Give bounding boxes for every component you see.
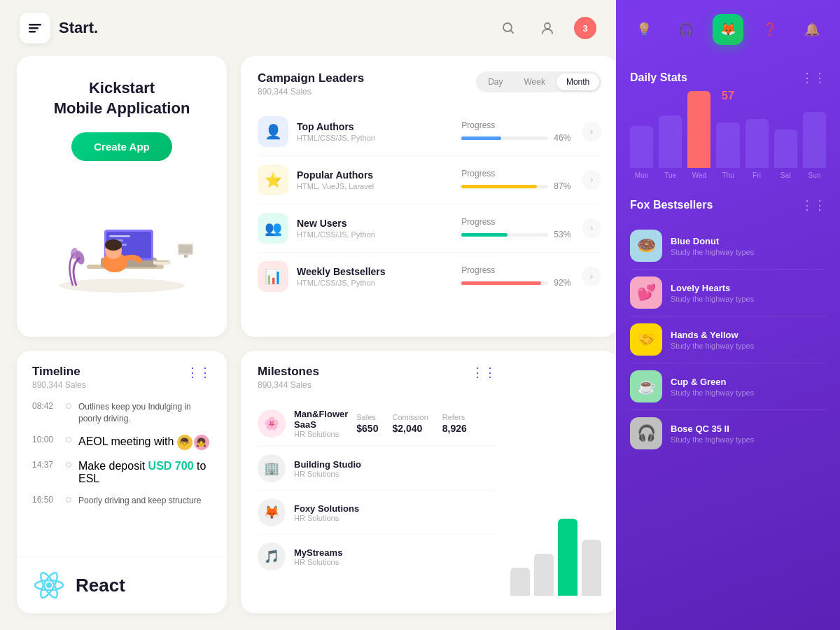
daily-stats-section: Daily Stats ⋮⋮ 57 Mon Tue Wed Thu Fri Sa… <box>616 59 840 190</box>
fox-bestsellers-header: Fox Bestsellers ⋮⋮ <box>630 197 826 213</box>
react-banner: React <box>17 556 227 613</box>
stats-bar-label: Fri <box>752 172 761 179</box>
bestseller-item[interactable]: ☕ Cup & Green Study the highway types <box>630 363 826 410</box>
ms-icon: 🦊 <box>258 498 286 526</box>
svg-rect-19 <box>179 245 192 253</box>
progress-bar-wrap: 92% <box>461 278 573 288</box>
stats-bar-label: Sun <box>808 172 821 179</box>
row-name: New Users <box>297 218 453 229</box>
bestseller-item[interactable]: 🎧 Bose QC 35 II Study the highway types <box>630 410 826 456</box>
row-icon: 📊 <box>258 261 288 292</box>
panel-nav-icon-2[interactable]: 🦊 <box>713 14 743 45</box>
ms-stat-sales-label: Sales <box>356 413 378 421</box>
chart-bar <box>558 519 578 596</box>
row-tech: HTML/CSS/JS, Python <box>297 230 453 239</box>
bs-info: Lovely Hearts Study the highway types <box>671 283 826 303</box>
create-app-button[interactable]: Create App <box>71 132 172 161</box>
row-info: Top Authors HTML/CSS/JS, Python <box>297 121 453 142</box>
kickstart-card: Kickstart Mobile Application Create App <box>17 56 227 337</box>
campaign-row: ⭐ Popular Authors HTML, VueJS, Laravel P… <box>258 156 601 204</box>
panel-nav-icon-4[interactable]: 🔔 <box>797 14 827 45</box>
svg-rect-20 <box>184 255 188 258</box>
milestones-dots[interactable]: ⋮⋮ <box>471 365 496 380</box>
milestones-header: Milestones 890,344 Sales ⋮⋮ <box>258 365 496 390</box>
logo-icon <box>20 13 50 43</box>
user-icon[interactable] <box>535 15 560 41</box>
row-info: New Users HTML/CSS/JS, Python <box>297 218 453 239</box>
row-info: Weekly Bestsellers HTML/CSS/JS, Python <box>297 266 453 287</box>
progress-section: Progress 53% <box>461 217 573 239</box>
campaign-title: Campaign Leaders <box>258 71 364 85</box>
svg-rect-22 <box>155 260 169 262</box>
bestseller-list: 🍩 Blue Donut Study the highway types 💕 L… <box>630 223 826 456</box>
tab-month[interactable]: Month <box>556 74 599 90</box>
tab-week[interactable]: Week <box>514 74 554 90</box>
daily-stats-dots[interactable]: ⋮⋮ <box>801 70 826 85</box>
ms-icon: 🌸 <box>258 410 286 438</box>
row-name: Weekly Bestsellers <box>297 266 453 277</box>
row-arrow[interactable]: › <box>582 267 601 286</box>
ms-name: Man&Flower SaaS <box>294 409 348 430</box>
bs-info: Hands & Yellow Study the highway types <box>671 330 826 350</box>
right-panel: 💡🎧🦊❓🔔 Daily Stats ⋮⋮ 57 Mon Tue Wed Thu … <box>616 0 840 630</box>
svg-rect-10 <box>109 235 130 237</box>
ms-stat-sales: Sales $650 <box>356 413 378 434</box>
timeline-text: Poorly driving and keep structure <box>78 495 201 507</box>
milestones-title: Milestones <box>258 365 319 379</box>
ms-sub: HR Solutions <box>294 470 496 478</box>
timeline-header: Timeline 890,344 Sales ⋮⋮ <box>32 365 211 390</box>
row-arrow[interactable]: › <box>582 218 601 238</box>
chart-bar <box>582 540 601 596</box>
progress-pct: 87% <box>554 181 573 191</box>
ms-name: Building Studio <box>294 459 496 470</box>
progress-pct: 53% <box>554 230 573 239</box>
search-icon[interactable] <box>496 15 521 41</box>
svg-point-15 <box>105 239 122 251</box>
stats-bar <box>659 115 682 168</box>
milestones-chart <box>496 365 601 599</box>
ms-stat-refers-value: 8,926 <box>442 423 467 434</box>
progress-section: Progress 92% <box>461 265 573 288</box>
bs-sub: Study the highway types <box>671 248 826 256</box>
timeline-text: Make deposit USD 700 to ESL <box>78 460 211 485</box>
milestones-subtitle: 890,344 Sales <box>258 380 319 390</box>
ms-stat-commission-label: Comission <box>392 413 428 421</box>
row-tech: HTML/CSS/JS, Python <box>297 134 453 142</box>
progress-bar-bg <box>461 185 548 188</box>
timeline-dots[interactable]: ⋮⋮ <box>186 365 211 380</box>
tab-group: Day Week Month <box>476 71 601 92</box>
row-arrow[interactable]: › <box>582 122 601 141</box>
bs-name: Bose QC 35 II <box>671 424 826 434</box>
stats-bar-wrap: Tue <box>659 115 682 179</box>
stats-bar-wrap: Mon <box>630 126 653 179</box>
bestseller-item[interactable]: 🍩 Blue Donut Study the highway types <box>630 223 826 270</box>
bestseller-item[interactable]: 🤝 Hands & Yellow Study the highway types <box>630 316 826 363</box>
ms-sub: HR Solutions <box>294 558 496 566</box>
notification-badge[interactable]: 3 <box>574 17 596 39</box>
panel-nav-icon-0[interactable]: 💡 <box>629 14 659 45</box>
panel-nav-icon-1[interactable]: 🎧 <box>671 14 701 45</box>
tab-day[interactable]: Day <box>478 74 512 90</box>
ms-stats: Sales $650 Comission $2,040 Refers 8,926 <box>356 413 496 434</box>
fox-bestsellers-dots[interactable]: ⋮⋮ <box>801 197 826 213</box>
bs-img: 💕 <box>630 276 662 309</box>
stats-bar-wrap: Wed <box>687 91 710 179</box>
timeline-text: AEOL meeting with 👦 👧 <box>78 435 209 450</box>
campaign-row: 📊 Weekly Bestsellers HTML/CSS/JS, Python… <box>258 253 601 300</box>
stats-bar-label: Sat <box>780 172 791 179</box>
timeline-dot <box>66 497 71 503</box>
row-arrow[interactable]: › <box>582 170 601 190</box>
row-tech: HTML/CSS/JS, Python <box>297 279 453 287</box>
bestseller-item[interactable]: 💕 Lovely Hearts Study the highway types <box>630 270 826 316</box>
row-tech: HTML, VueJS, Laravel <box>297 182 453 190</box>
stats-bar <box>687 91 710 168</box>
ms-stat-refers-label: Refers <box>442 413 467 421</box>
header: Start. 3 <box>0 0 616 56</box>
ms-stat-commission: Comission $2,040 <box>392 413 428 434</box>
timeline-title-group: Timeline 890,344 Sales <box>32 365 86 390</box>
ms-name: Foxy Solutions <box>294 503 496 514</box>
row-icon: ⭐ <box>258 164 288 195</box>
timeline-title: Timeline <box>32 365 86 379</box>
row-info: Popular Authors HTML, VueJS, Laravel <box>297 169 453 190</box>
panel-nav-icon-3[interactable]: ❓ <box>755 14 785 45</box>
